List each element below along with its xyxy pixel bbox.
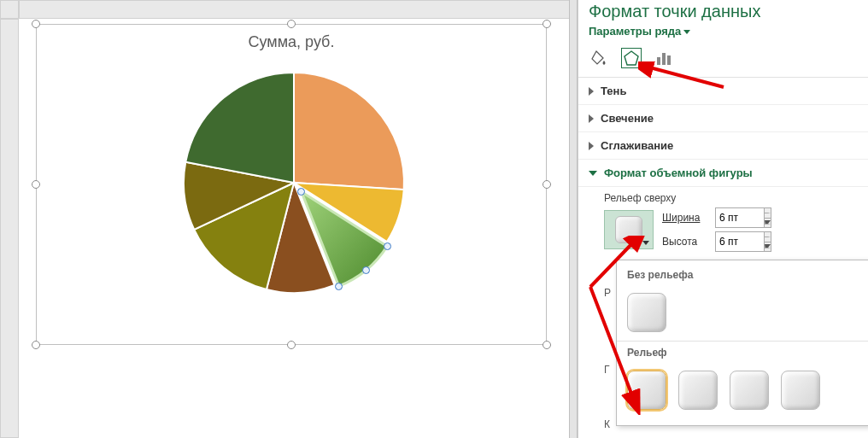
ruler-left bbox=[0, 19, 19, 438]
section-3d-format-label: Формат объемной фигуры bbox=[604, 166, 753, 179]
hidden-label-r: Р bbox=[604, 287, 611, 299]
ruler-corner bbox=[0, 0, 19, 19]
bevel-height-spinner[interactable] bbox=[715, 231, 771, 252]
spinner-up[interactable] bbox=[764, 208, 771, 219]
resize-handle-s[interactable] bbox=[287, 341, 296, 349]
tab-fill-icon[interactable] bbox=[589, 48, 609, 68]
series-options-dropdown[interactable]: Параметры ряда bbox=[578, 25, 868, 38]
hidden-label-k: К bbox=[604, 418, 610, 430]
bevel-width-spinner[interactable] bbox=[715, 207, 771, 228]
collapse-icon bbox=[589, 171, 597, 176]
section-glow-label: Свечение bbox=[601, 112, 654, 125]
format-panel: Формат точки данных Параметры ряда Тень … bbox=[578, 0, 868, 438]
bevel-body: Рельеф сверху Ширина bbox=[578, 187, 868, 262]
pie-chart[interactable] bbox=[184, 73, 404, 293]
panel-tabs bbox=[578, 38, 868, 78]
resize-handle-w[interactable] bbox=[32, 180, 40, 189]
worksheet-area[interactable]: Сумма, руб. bbox=[19, 19, 571, 438]
bevel-top-label: Рельеф сверху bbox=[604, 192, 858, 207]
spinner-down[interactable] bbox=[764, 242, 771, 252]
section-glow[interactable]: Свечение bbox=[578, 105, 868, 132]
resize-handle-n[interactable] bbox=[287, 20, 296, 28]
section-softedge[interactable]: Сглаживание bbox=[578, 132, 868, 160]
chart-object[interactable]: Сумма, руб. bbox=[36, 24, 547, 345]
section-shadow-label: Тень bbox=[601, 85, 626, 97]
section-3d-format[interactable]: Формат объемной фигуры bbox=[578, 160, 868, 187]
svg-marker-0 bbox=[625, 51, 638, 65]
bevel-height-label: Высота bbox=[662, 236, 710, 248]
panel-divider[interactable] bbox=[569, 0, 578, 438]
bevel-option-1[interactable] bbox=[627, 371, 666, 410]
tab-series-icon[interactable] bbox=[654, 48, 674, 68]
bevel-gallery-none-header: Без рельефа bbox=[617, 266, 868, 286]
spinner-down[interactable] bbox=[764, 219, 771, 228]
gallery-separator bbox=[617, 341, 868, 342]
resize-handle-se[interactable] bbox=[542, 341, 551, 349]
expand-icon bbox=[589, 87, 594, 96]
bevel-option-3[interactable] bbox=[730, 371, 769, 410]
bevel-option-4[interactable] bbox=[781, 371, 820, 410]
data-point-handle[interactable] bbox=[335, 283, 343, 290]
svg-rect-1 bbox=[657, 57, 660, 65]
resize-handle-e[interactable] bbox=[542, 180, 551, 189]
bevel-gallery-bevel-header: Рельеф bbox=[617, 343, 868, 364]
resize-handle-ne[interactable] bbox=[542, 20, 551, 28]
bevel-width-label: Ширина bbox=[662, 212, 710, 224]
bevel-height-input[interactable] bbox=[716, 232, 764, 251]
tab-effects-icon[interactable] bbox=[621, 48, 642, 68]
chevron-down-icon bbox=[642, 241, 649, 245]
data-point-handle[interactable] bbox=[384, 242, 391, 250]
svg-rect-2 bbox=[662, 53, 666, 65]
chevron-down-icon bbox=[683, 30, 690, 34]
app-root: Сумма, руб. Формат точки данных Параметр… bbox=[0, 0, 868, 438]
series-options-label: Параметры ряда bbox=[589, 25, 681, 38]
data-point-handle[interactable] bbox=[362, 266, 370, 274]
chart-title[interactable]: Сумма, руб. bbox=[37, 33, 546, 51]
svg-rect-3 bbox=[667, 55, 671, 65]
pie-slice[interactable] bbox=[294, 73, 404, 190]
section-softedge-label: Сглаживание bbox=[601, 139, 673, 152]
resize-handle-nw[interactable] bbox=[32, 20, 40, 28]
hidden-label-g: Г bbox=[604, 364, 610, 376]
section-shadow[interactable]: Тень bbox=[578, 78, 868, 105]
bevel-option-2[interactable] bbox=[678, 371, 718, 410]
expand-icon bbox=[589, 142, 594, 150]
panel-title: Формат точки данных bbox=[578, 0, 868, 25]
bevel-gallery-popup: Без рельефа Рельеф bbox=[616, 260, 868, 426]
bevel-top-picker[interactable] bbox=[604, 210, 654, 249]
bevel-swatch-icon bbox=[615, 216, 642, 243]
bevel-width-input[interactable] bbox=[716, 208, 764, 227]
spinner-up[interactable] bbox=[764, 232, 771, 242]
resize-handle-sw[interactable] bbox=[32, 341, 40, 349]
bevel-option-none[interactable] bbox=[627, 293, 666, 332]
ruler-top bbox=[19, 0, 571, 19]
expand-icon bbox=[589, 114, 594, 123]
